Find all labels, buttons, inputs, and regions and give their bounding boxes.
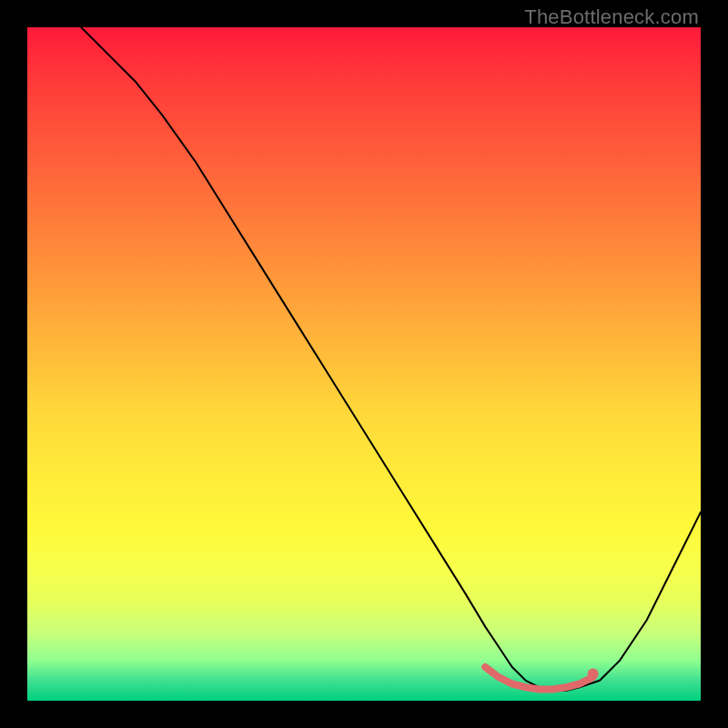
minimum-band-line bbox=[485, 667, 592, 689]
chart-svg bbox=[27, 27, 701, 701]
plot-area bbox=[27, 27, 701, 701]
watermark-text: TheBottleneck.com bbox=[524, 5, 699, 29]
marker-dot-icon bbox=[588, 668, 599, 679]
curve-line bbox=[81, 27, 701, 691]
